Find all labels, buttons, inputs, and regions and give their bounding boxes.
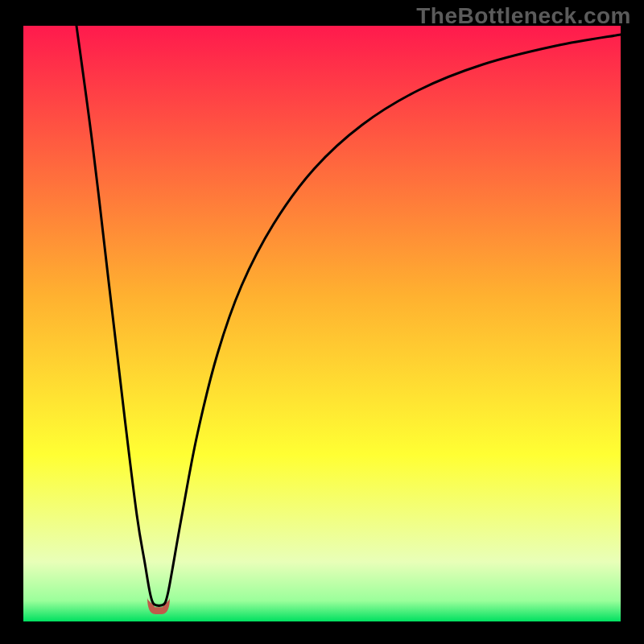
bottleneck-chart (0, 0, 644, 644)
chart-frame: TheBottleneck.com (0, 0, 644, 644)
